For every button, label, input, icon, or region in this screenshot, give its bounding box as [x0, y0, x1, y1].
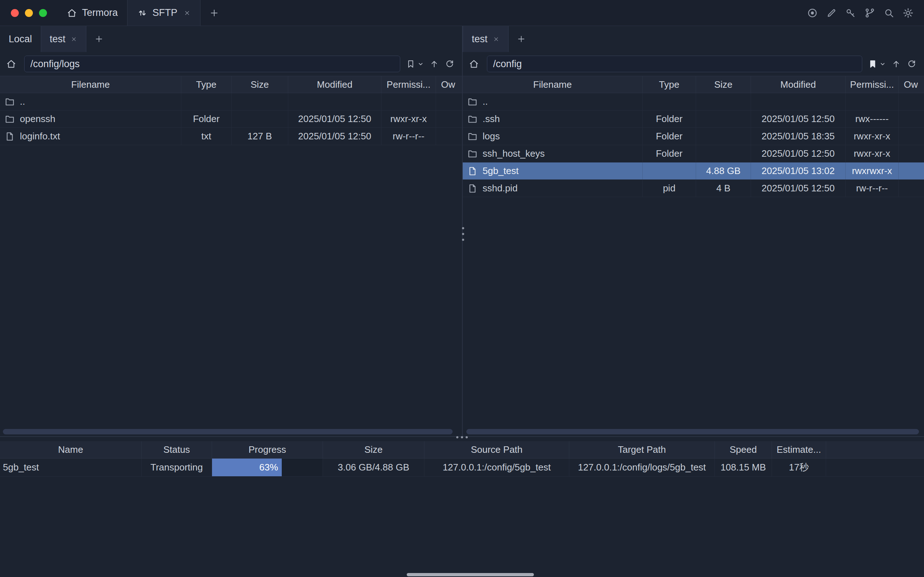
- cell-estimate: 17秒: [772, 459, 826, 476]
- column-header-progress[interactable]: Progress: [212, 441, 323, 458]
- settings-button[interactable]: [902, 7, 914, 19]
- cell-size: 4.88 GB: [696, 163, 751, 179]
- parent-directory-button-left[interactable]: [429, 59, 439, 69]
- column-header-estimate[interactable]: Estimate...: [772, 441, 826, 458]
- file-row[interactable]: sshd.pid pid 4 B 2025/01/05 12:50 rw-r--…: [463, 180, 924, 197]
- file-icon: [467, 183, 478, 194]
- refresh-icon: [907, 59, 917, 69]
- folder-icon: [467, 148, 478, 159]
- bookmark-dropdown-left[interactable]: [418, 61, 424, 67]
- cell-source-path: 127.0.0.1:/config/5gb_test: [424, 459, 569, 476]
- column-header-name[interactable]: Name: [0, 441, 142, 458]
- port-forwarding-button[interactable]: [864, 7, 876, 19]
- home-button-right[interactable]: [466, 58, 482, 69]
- column-header-size[interactable]: Size: [696, 76, 751, 93]
- minimize-window-button[interactable]: [25, 9, 33, 17]
- right-pathbar: [463, 52, 924, 76]
- parent-directory-button-right[interactable]: [891, 59, 901, 69]
- column-header-size[interactable]: Size: [323, 441, 424, 458]
- left-pathbar: [0, 52, 462, 76]
- tab-test-right[interactable]: test: [463, 26, 509, 52]
- column-header-permissions[interactable]: Permissi...: [381, 76, 436, 93]
- column-header-size[interactable]: Size: [232, 76, 288, 93]
- key-manager-button[interactable]: [845, 7, 856, 19]
- right-panel-tabs: test: [463, 26, 924, 52]
- cell-status: Transporting: [142, 459, 212, 476]
- file-table-header-left: Filename Type Size Modified Permissi... …: [0, 76, 462, 93]
- cell-owner: [899, 145, 924, 162]
- path-input-left[interactable]: [24, 56, 400, 72]
- column-header-status[interactable]: Status: [142, 441, 212, 458]
- cell-permissions: rw-r--r--: [846, 180, 899, 197]
- close-tab-icon[interactable]: [184, 10, 191, 17]
- cell-modified: 2025/01/05 18:35: [751, 128, 846, 145]
- column-header-target-path[interactable]: Target Path: [569, 441, 715, 458]
- filename-text: ..: [20, 96, 25, 107]
- file-row[interactable]: logs Folder 2025/01/05 18:35 rwxr-xr-x: [463, 128, 924, 145]
- cell-modified: 2025/01/05 12:50: [751, 145, 846, 162]
- column-header-owner[interactable]: Ow: [436, 76, 462, 93]
- column-header-speed[interactable]: Speed: [715, 441, 772, 458]
- column-header-type[interactable]: Type: [643, 76, 696, 93]
- column-header-modified[interactable]: Modified: [288, 76, 381, 93]
- cell-size: 4 B: [696, 180, 751, 197]
- cell-modified: 2025/01/05 12:50: [751, 180, 846, 197]
- file-row[interactable]: ssh_host_keys Folder 2025/01/05 12:50 rw…: [463, 145, 924, 163]
- file-row[interactable]: openssh Folder 2025/01/05 12:50 rwxr-xr-…: [0, 111, 462, 128]
- file-row[interactable]: 5gb_test 4.88 GB 2025/01/05 13:02 rwxrwx…: [463, 163, 924, 180]
- tab-sftp[interactable]: SFTP: [127, 0, 200, 26]
- cell-size: [232, 111, 288, 127]
- column-header-permissions[interactable]: Permissi...: [846, 76, 899, 93]
- cell-type: pid: [643, 180, 696, 197]
- file-icon: [467, 166, 478, 177]
- maximize-window-button[interactable]: [39, 9, 47, 17]
- file-row[interactable]: ..: [0, 93, 462, 111]
- column-header-owner[interactable]: Ow: [899, 76, 924, 93]
- filename-text: openssh: [20, 113, 55, 124]
- cell-modified: [751, 93, 846, 110]
- file-row[interactable]: ..: [463, 93, 924, 111]
- refresh-button-right[interactable]: [907, 59, 917, 69]
- bookmark-dropdown-right[interactable]: [880, 61, 886, 67]
- column-header-filename[interactable]: Filename: [463, 76, 643, 93]
- git-branch-icon: [864, 7, 876, 19]
- cell-type: Folder: [181, 111, 232, 127]
- bookmark-button-right[interactable]: [868, 59, 878, 69]
- filename-text: loginfo.txt: [20, 131, 60, 142]
- cell-filename: loginfo.txt: [0, 128, 181, 145]
- tab-local[interactable]: Local: [0, 26, 41, 52]
- edit-button[interactable]: [826, 7, 837, 19]
- tab-termora[interactable]: Termora: [57, 0, 127, 26]
- window-horizontal-scrollbar[interactable]: [407, 573, 534, 576]
- home-icon: [6, 58, 17, 69]
- close-tab-icon[interactable]: [493, 36, 500, 43]
- cell-owner: [899, 180, 924, 197]
- cell-filename: ssh_host_keys: [463, 145, 643, 162]
- add-tab-button-right[interactable]: [509, 26, 534, 52]
- tab-test-left[interactable]: test: [41, 26, 87, 52]
- transfer-row[interactable]: 5gb_test Transporting 63% 3.06 GB/4.88 G…: [0, 459, 924, 477]
- home-button-left[interactable]: [3, 58, 19, 69]
- new-tab-button[interactable]: [200, 0, 228, 26]
- column-header-filename[interactable]: Filename: [0, 76, 181, 93]
- add-tab-button-left[interactable]: [86, 26, 111, 52]
- horizontal-scrollbar-right[interactable]: [466, 429, 919, 434]
- column-header-modified[interactable]: Modified: [751, 76, 846, 93]
- refresh-button-left[interactable]: [445, 59, 455, 69]
- file-row[interactable]: loginfo.txt txt 127 B 2025/01/05 12:50 r…: [0, 128, 462, 145]
- transfer-splitter[interactable]: [0, 436, 924, 441]
- column-header-source-path[interactable]: Source Path: [424, 441, 569, 458]
- cell-name: 5gb_test: [0, 459, 142, 476]
- horizontal-scrollbar-left[interactable]: [3, 429, 453, 434]
- search-button[interactable]: [883, 7, 895, 19]
- column-header-type[interactable]: Type: [181, 76, 232, 93]
- record-button[interactable]: [806, 7, 818, 19]
- bookmark-button-left[interactable]: [406, 59, 416, 69]
- close-tab-icon[interactable]: [71, 36, 77, 43]
- close-window-button[interactable]: [11, 9, 19, 17]
- path-input-right[interactable]: [487, 56, 862, 72]
- panel-splitter-handle[interactable]: [461, 225, 466, 243]
- file-row[interactable]: .ssh Folder 2025/01/05 12:50 rwx------: [463, 111, 924, 128]
- tab-local-label: Local: [9, 34, 32, 45]
- record-icon: [806, 7, 818, 19]
